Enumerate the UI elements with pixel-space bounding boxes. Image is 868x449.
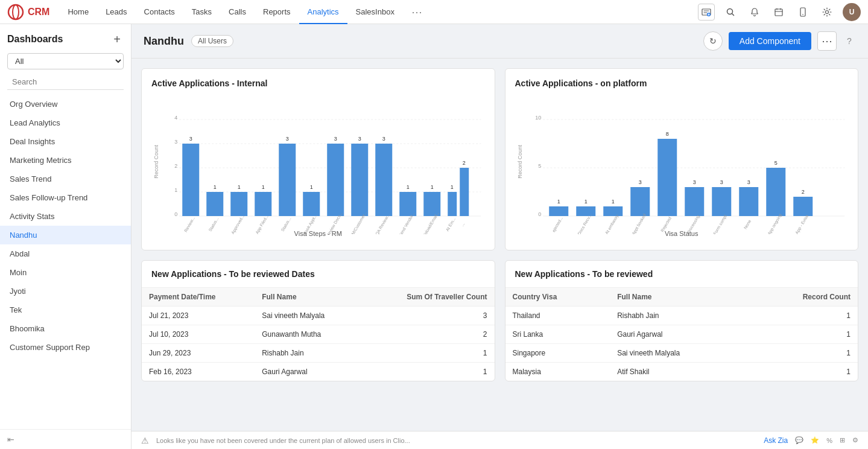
settings-icon[interactable] bbox=[819, 4, 835, 21]
table2-scroll[interactable]: Country Visa Full Name Record Count Thai… bbox=[505, 288, 858, 381]
sidebar-item-bhoomika[interactable]: Bhoomika bbox=[0, 319, 131, 338]
svg-text:10: 10 bbox=[535, 115, 541, 121]
refresh-button[interactable]: ↻ bbox=[703, 31, 723, 51]
table-row: Feb 16, 2023 Gauri Agarwal 1 bbox=[142, 363, 495, 381]
table-row: Singapore Sai vineeth Malyala 1 bbox=[505, 344, 858, 363]
sidebar-item-sales-trend[interactable]: Sales Trend bbox=[0, 170, 131, 188]
nav-leads[interactable]: Leads bbox=[97, 0, 135, 24]
table2-row3-count: 1 bbox=[747, 344, 858, 363]
svg-rect-29 bbox=[255, 192, 271, 216]
svg-rect-66 bbox=[549, 206, 568, 216]
nav-reports[interactable]: Reports bbox=[255, 0, 299, 24]
status-bar-right: Ask Zia 💬 ⭐ % ⊞ ⚙ bbox=[764, 436, 858, 445]
sidebar-item-sales-followup[interactable]: Sales Follow-up Trend bbox=[0, 188, 131, 207]
svg-text:1: 1 bbox=[310, 184, 313, 190]
svg-text:0: 0 bbox=[538, 211, 541, 217]
svg-text:Review...: Review... bbox=[183, 216, 195, 233]
phone-icon[interactable] bbox=[794, 4, 811, 21]
status-bar-icon4: ⊞ bbox=[840, 436, 845, 444]
sidebar-item-abdal[interactable]: Abdal bbox=[0, 244, 131, 263]
table1-col-count: Sum Of Traveller Count bbox=[362, 288, 494, 307]
add-component-button[interactable]: Add Component bbox=[729, 32, 811, 50]
sidebar-item-org-overview[interactable]: Org Overview bbox=[0, 95, 131, 113]
chart2-card: Active Applications - on platform Record… bbox=[505, 68, 859, 250]
table2: Country Visa Full Name Record Count Thai… bbox=[505, 288, 858, 381]
status-bar-icon3: % bbox=[826, 437, 832, 444]
svg-point-8 bbox=[826, 10, 829, 13]
table1-card: New Applications - To be reviewed Dates … bbox=[141, 260, 495, 381]
svg-rect-38 bbox=[327, 144, 344, 216]
nav-home[interactable]: Home bbox=[59, 0, 97, 24]
status-message: Looks like you have not been covered und… bbox=[156, 437, 410, 444]
svg-point-0 bbox=[8, 5, 23, 19]
search-input[interactable] bbox=[7, 74, 124, 90]
svg-rect-41 bbox=[351, 144, 368, 216]
sidebar-filter[interactable]: All bbox=[7, 53, 124, 69]
nav-contacts[interactable]: Contacts bbox=[136, 0, 183, 24]
svg-text:1: 1 bbox=[407, 184, 410, 190]
sidebar-item-moin[interactable]: Moin bbox=[0, 263, 131, 282]
calendar-icon[interactable] bbox=[770, 4, 787, 21]
logo: CRM bbox=[7, 4, 49, 21]
table1-col-name: Full Name bbox=[255, 288, 362, 307]
svg-rect-20 bbox=[182, 144, 199, 216]
table1-row3-date: Jun 29, 2023 bbox=[142, 344, 255, 363]
table-row: Jun 29, 2023 Rishabh Jain 1 bbox=[142, 344, 495, 363]
nav-calls[interactable]: Calls bbox=[220, 0, 255, 24]
svg-text:3: 3 bbox=[720, 179, 723, 185]
status-bar-icon1: 💬 bbox=[795, 436, 803, 444]
sidebar-add-button[interactable]: + bbox=[110, 33, 124, 46]
sidebar-item-activity-stats[interactable]: Activity Stats bbox=[0, 207, 131, 226]
sidebar-item-tek[interactable]: Tek bbox=[0, 301, 131, 319]
sidebar-collapse-icon[interactable]: ⇤ bbox=[7, 435, 14, 444]
svg-rect-47 bbox=[399, 192, 416, 216]
svg-text:At Em...: At Em... bbox=[445, 217, 457, 232]
table1-row2-date: Jul 10, 2023 bbox=[142, 325, 255, 344]
svg-rect-5 bbox=[775, 9, 782, 16]
sidebar-item-marketing-metrics[interactable]: Marketing Metrics bbox=[0, 151, 131, 170]
table1-col-date: Payment Date/Time bbox=[142, 288, 255, 307]
nav-tasks[interactable]: Tasks bbox=[183, 0, 220, 24]
svg-rect-81 bbox=[685, 187, 704, 216]
svg-rect-75 bbox=[630, 187, 650, 216]
table2-card: New Applications - To be reviewed Countr… bbox=[505, 260, 859, 381]
sidebar-item-jyoti[interactable]: Jyoti bbox=[0, 282, 131, 301]
table1-row1-count: 3 bbox=[362, 307, 494, 325]
sidebar-item-deal-insights[interactable]: Deal Insights bbox=[0, 132, 131, 151]
sidebar-filter-select[interactable]: All bbox=[7, 53, 124, 69]
nav-other[interactable]: ⋯ bbox=[403, 0, 431, 24]
sidebar-item-nandhu[interactable]: Nandhu bbox=[0, 226, 131, 244]
logo-icon bbox=[7, 4, 24, 21]
chart1-card: Active Applications - Internal Record Co… bbox=[141, 68, 495, 250]
dashboard-header: Nandhu All Users ↻ Add Component ⋯ ? bbox=[131, 24, 868, 59]
sidebar-item-lead-analytics[interactable]: Lead Analytics bbox=[0, 113, 131, 132]
chart2-title: Active Applications - on platform bbox=[515, 78, 849, 88]
search-icon[interactable] bbox=[722, 4, 739, 21]
nav-salesinbox[interactable]: SalesInbox bbox=[347, 0, 403, 24]
table1: Payment Date/Time Full Name Sum Of Trave… bbox=[142, 288, 495, 381]
notifications-icon[interactable] bbox=[746, 4, 763, 21]
svg-text:App Filed...: App Filed... bbox=[255, 214, 270, 234]
svg-rect-87 bbox=[739, 187, 758, 216]
create-icon[interactable] bbox=[698, 4, 715, 21]
svg-text:1: 1 bbox=[214, 184, 217, 190]
help-icon[interactable]: ? bbox=[843, 34, 856, 48]
table1-row4-date: Feb 16, 2023 bbox=[142, 363, 255, 381]
svg-text:4: 4 bbox=[174, 115, 177, 121]
ask-zia-label[interactable]: Ask Zia bbox=[764, 436, 788, 445]
svg-text:8: 8 bbox=[665, 131, 668, 137]
svg-text:3: 3 bbox=[638, 179, 641, 185]
svg-text:1: 1 bbox=[238, 184, 241, 190]
dashboard-title: Nandhu bbox=[144, 35, 184, 48]
sidebar-footer: ⇤ bbox=[0, 429, 131, 449]
more-options-button[interactable]: ⋯ bbox=[817, 31, 837, 51]
table1-scroll[interactable]: Payment Date/Time Full Name Sum Of Trave… bbox=[142, 288, 495, 381]
table-row: Sri Lanka Gauri Agarwal 1 bbox=[505, 325, 858, 344]
table1-row3-count: 1 bbox=[362, 344, 494, 363]
table1-row4-name: Gauri Agarwal bbox=[255, 363, 362, 381]
avatar[interactable]: U bbox=[843, 3, 861, 21]
nav-analytics[interactable]: Analytics bbox=[299, 0, 347, 24]
layout: Dashboards + All Org Overview Lead Analy… bbox=[0, 24, 868, 449]
svg-text:3: 3 bbox=[286, 136, 289, 142]
sidebar-item-customer-support[interactable]: Customer Support Rep bbox=[0, 338, 131, 357]
